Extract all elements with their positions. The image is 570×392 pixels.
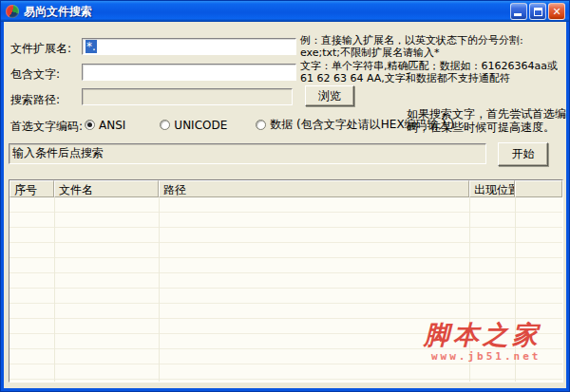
app-window: 易尚文件搜索 ✕ 文件扩展名: *. 例：直接输入扩展名，以英文状态下的分号分割… <box>0 0 570 392</box>
window-title: 易尚文件搜索 <box>24 4 508 20</box>
radio-selected-icon <box>85 120 95 130</box>
radio-unicode-label: UNICODE <box>174 119 227 132</box>
extension-input[interactable]: *. <box>82 38 296 55</box>
app-icon <box>6 5 19 18</box>
maximize-button[interactable] <box>529 3 546 20</box>
encoding-radio-group: ANSI UNICODE 数据 (包含文字处请以HEX编码输入) <box>85 117 454 133</box>
column-divider <box>54 197 55 382</box>
close-icon: ✕ <box>552 7 560 17</box>
title-bar[interactable]: 易尚文件搜索 ✕ <box>1 1 569 22</box>
status-box: 输入条件后点搜索 <box>9 143 486 164</box>
close-button[interactable]: ✕ <box>548 3 565 20</box>
extension-hint: 例：直接输入扩展名，以英文状态下的分号分割:exe;txt;不限制扩展名请输入* <box>300 34 570 59</box>
path-input[interactable] <box>82 88 293 105</box>
column-divider <box>159 197 160 382</box>
extension-selected-text: *. <box>86 40 97 53</box>
contains-input[interactable] <box>82 64 296 81</box>
column-header-extra[interactable] <box>515 180 562 197</box>
watermark-logo: 脚本之家 <box>424 318 566 352</box>
contains-label: 包含文字: <box>10 66 60 83</box>
client-area: 文件扩展名: *. 例：直接输入扩展名，以英文状态下的分号分割:exe;txt;… <box>4 22 566 388</box>
radio-unselected-icon <box>256 120 266 130</box>
encoding-note: 如果搜索文字，首先尝试首选编码，在某些时候可提高速度。 <box>407 107 568 134</box>
column-header-path[interactable]: 路径 <box>159 180 469 197</box>
radio-unicode[interactable]: UNICODE <box>160 119 227 132</box>
minimize-icon <box>514 13 522 16</box>
radio-unselected-icon <box>160 120 170 130</box>
watermark-url: www.jb51.net <box>431 350 541 363</box>
browse-button[interactable]: 浏览 <box>305 85 354 106</box>
start-button[interactable]: 开始 <box>498 142 548 166</box>
path-label: 搜索路径: <box>10 92 60 108</box>
column-header-index[interactable]: 序号 <box>10 180 54 197</box>
text-hint: 文字：单个字符串,精确匹配；数据如：61626364aa或61 62 63 64… <box>300 60 570 84</box>
radio-ansi[interactable]: ANSI <box>85 119 125 132</box>
column-header-filename[interactable]: 文件名 <box>54 180 159 197</box>
results-table-header: 序号 文件名 路径 出现位置 <box>10 180 562 197</box>
encoding-label: 首选文字编码: <box>10 119 83 135</box>
extension-label: 文件扩展名: <box>10 41 71 57</box>
minimize-button[interactable] <box>510 3 527 20</box>
maximize-icon <box>534 8 542 16</box>
radio-ansi-label: ANSI <box>99 119 125 132</box>
column-header-position[interactable]: 出现位置 <box>469 180 515 197</box>
